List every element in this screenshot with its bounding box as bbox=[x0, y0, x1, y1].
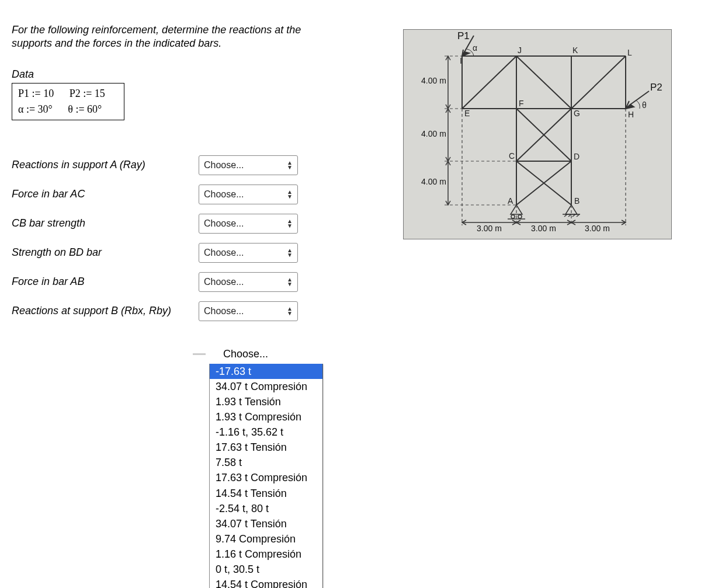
dim-h1: 3.00 m bbox=[477, 224, 502, 233]
chevron-updown-icon: ▲▼ bbox=[287, 277, 293, 287]
left-column: For the following reinforcement, determi… bbox=[12, 23, 339, 330]
data-box: P1 := 10 P2 := 15 α := 30° θ := 60° bbox=[12, 83, 124, 120]
select-ac[interactable]: Choose... ▲▼ bbox=[199, 185, 298, 204]
node-F: F bbox=[519, 99, 524, 108]
select-bd[interactable]: Choose... ▲▼ bbox=[199, 243, 298, 263]
angle-alpha: α bbox=[473, 43, 477, 53]
option-item[interactable]: 9.74 Compresión bbox=[216, 531, 319, 547]
option-item[interactable]: 1.93 t Compresión bbox=[216, 409, 319, 425]
select-placeholder: Choose... bbox=[204, 248, 244, 258]
node-C: C bbox=[509, 151, 515, 161]
node-K: K bbox=[572, 46, 578, 55]
problem-line1: For the following reinforcement, determi… bbox=[12, 24, 301, 36]
dim-v1: 4.00 m bbox=[421, 76, 446, 85]
option-item[interactable]: 1.93 t Tensión bbox=[216, 394, 319, 409]
chevron-updown-icon: ▲▼ bbox=[287, 190, 293, 199]
option-item[interactable]: -1.16 t, 35.62 t bbox=[216, 425, 319, 440]
data-alpha: α := 30° bbox=[18, 102, 53, 117]
node-L: L bbox=[627, 48, 632, 57]
svg-line-6 bbox=[462, 56, 516, 109]
q-label-cb: CB bar strength bbox=[12, 217, 187, 229]
data-p1: P1 := 10 bbox=[18, 86, 54, 102]
select-placeholder: Choose... bbox=[204, 189, 244, 200]
chevron-updown-icon: ▲▼ bbox=[287, 307, 293, 316]
select-placeholder: Choose... bbox=[204, 160, 244, 171]
options-list[interactable]: -17.63 t 34.07 t Compresión 1.93 t Tensi… bbox=[209, 364, 323, 588]
dim-v3: 4.00 m bbox=[421, 177, 446, 186]
dash-icon bbox=[193, 353, 206, 355]
select-placeholder: Choose... bbox=[204, 306, 244, 316]
svg-point-19 bbox=[511, 215, 515, 218]
option-highlighted[interactable]: -17.63 t bbox=[210, 364, 322, 379]
truss-diagram: 4.00 m 4.00 m 4.00 m bbox=[397, 23, 689, 245]
select-ab[interactable]: Choose... ▲▼ bbox=[199, 272, 298, 292]
chevron-updown-icon: ▲▼ bbox=[287, 161, 293, 170]
option-item[interactable]: 17.63 t Tensión bbox=[216, 440, 319, 455]
chevron-updown-icon: ▲▼ bbox=[287, 248, 293, 258]
chevron-updown-icon: ▲▼ bbox=[287, 219, 293, 228]
q-label-ray: Reactions in support A (Ray) bbox=[12, 159, 187, 171]
select-rb[interactable]: Choose... ▲▼ bbox=[199, 301, 298, 321]
dim-v2: 4.00 m bbox=[421, 129, 446, 138]
q-label-bd: Strength on BD bar bbox=[12, 246, 187, 259]
data-theta: θ := 60° bbox=[68, 102, 102, 117]
option-item[interactable]: 0 t, 30.5 t bbox=[216, 562, 319, 577]
node-E: E bbox=[464, 109, 470, 118]
svg-point-20 bbox=[518, 215, 522, 218]
option-item[interactable]: 17.63 t Compresión bbox=[216, 470, 319, 485]
option-item[interactable]: 1.16 t Compresión bbox=[216, 547, 319, 562]
node-J: J bbox=[518, 46, 522, 55]
node-I: I bbox=[460, 56, 462, 65]
angle-theta: θ bbox=[642, 100, 647, 110]
problem-statement: For the following reinforcement, determi… bbox=[12, 23, 339, 51]
dropdown-open-area: Choose... -17.63 t 34.07 t Compresión 1.… bbox=[187, 348, 689, 588]
node-B: B bbox=[574, 196, 579, 206]
dim-h3: 3.00 m bbox=[585, 224, 610, 233]
q-label-ab: Force in bar AB bbox=[12, 276, 187, 288]
data-heading: Data bbox=[12, 68, 339, 81]
node-G: G bbox=[574, 109, 580, 118]
q-label-ac: Force in bar AC bbox=[12, 188, 187, 200]
select-placeholder: Choose... bbox=[204, 277, 244, 287]
load-p1-label: P1 bbox=[457, 30, 470, 41]
select-placeholder: Choose... bbox=[204, 218, 244, 229]
option-item[interactable]: 34.07 t Tensión bbox=[216, 516, 319, 531]
svg-line-7 bbox=[516, 56, 571, 109]
option-item[interactable]: 14.54 t Tensión bbox=[216, 486, 319, 501]
select-cb[interactable]: Choose... ▲▼ bbox=[199, 214, 298, 234]
load-p2-label: P2 bbox=[650, 82, 662, 93]
problem-line2: supports and the forces in the indicated… bbox=[12, 37, 221, 49]
questions-group: Reactions in support A (Ray) Choose... ▲… bbox=[12, 155, 339, 321]
option-item[interactable]: 7.58 t bbox=[216, 455, 319, 470]
node-A: A bbox=[508, 196, 513, 206]
truss-svg: 4.00 m 4.00 m 4.00 m bbox=[404, 30, 672, 240]
q-label-rb: Reactions at support B (Rbx, Rby) bbox=[12, 305, 187, 317]
dim-h2: 3.00 m bbox=[531, 224, 556, 233]
option-item[interactable]: -2.54 t, 80 t bbox=[216, 501, 319, 516]
option-item[interactable]: 34.07 t Compresión bbox=[216, 379, 319, 394]
select-ray[interactable]: Choose... ▲▼ bbox=[199, 155, 298, 175]
option-item[interactable]: 14.54 t Compresión bbox=[216, 577, 319, 588]
dropdown-top-label: Choose... bbox=[223, 348, 268, 360]
node-D: D bbox=[574, 152, 579, 161]
svg-line-8 bbox=[571, 56, 626, 109]
data-p2: P2 := 15 bbox=[70, 86, 105, 102]
node-H: H bbox=[628, 110, 634, 119]
